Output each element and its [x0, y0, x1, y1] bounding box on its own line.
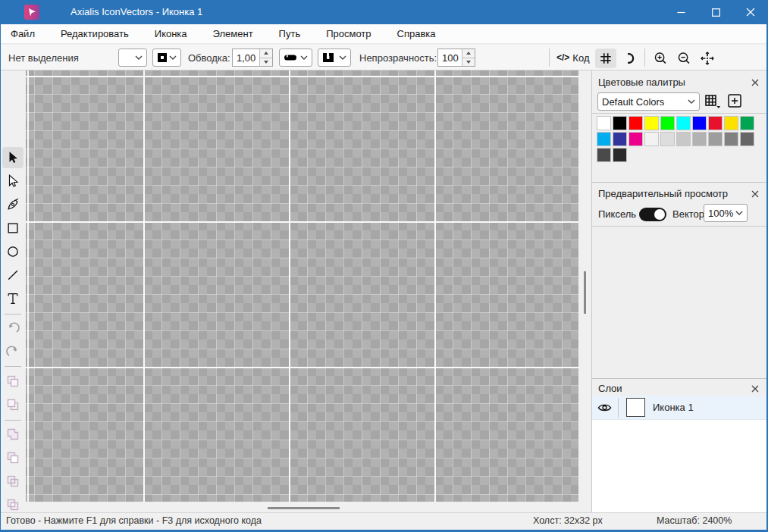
- color-swatch[interactable]: [613, 148, 627, 162]
- stroke-color-select[interactable]: [152, 49, 181, 67]
- code-button[interactable]: </> Код: [556, 49, 589, 67]
- pen-tool[interactable]: [2, 194, 24, 215]
- vertical-scrollbar[interactable]: [578, 70, 591, 502]
- layer-row[interactable]: Иконка 1: [592, 396, 766, 420]
- layers-close-button[interactable]: [749, 383, 761, 395]
- redo-button[interactable]: [2, 342, 24, 363]
- text-tool[interactable]: [2, 288, 24, 309]
- preview-close-button[interactable]: [749, 188, 761, 200]
- menu-edit[interactable]: Редактировать: [61, 28, 129, 39]
- close-button[interactable]: [733, 0, 768, 24]
- color-swatch[interactable]: [660, 116, 675, 130]
- chevron-down-icon: [735, 211, 743, 215]
- center-view-icon: [700, 51, 715, 66]
- direct-select-tool[interactable]: [2, 171, 24, 192]
- subtract-icon: [6, 451, 20, 465]
- zoom-in-button[interactable]: [650, 49, 671, 68]
- layer-thumbnail[interactable]: [626, 398, 645, 417]
- horizontal-scrollbar-thumb[interactable]: [268, 507, 340, 509]
- menu-file[interactable]: Файл: [11, 28, 35, 39]
- color-swatch[interactable]: [613, 132, 627, 146]
- color-swatch[interactable]: [692, 116, 707, 130]
- preview-panel-title: Предварительный просмотр: [598, 188, 728, 199]
- color-swatch[interactable]: [629, 116, 643, 130]
- menu-help[interactable]: Справка: [397, 28, 436, 39]
- color-swatch[interactable]: [708, 116, 723, 130]
- toolbar-separator: [644, 49, 645, 67]
- color-swatch[interactable]: [613, 116, 627, 130]
- stroke-width-down-button[interactable]: [260, 58, 272, 67]
- color-swatch[interactable]: [644, 132, 659, 146]
- undo-icon: [6, 322, 20, 336]
- horizontal-scrollbar[interactable]: [26, 502, 578, 512]
- color-swatch[interactable]: [644, 116, 659, 130]
- layer-visibility-button[interactable]: [597, 402, 612, 413]
- menu-path[interactable]: Путь: [279, 28, 301, 39]
- raise-button[interactable]: [2, 371, 24, 392]
- grid-icon: [599, 52, 613, 65]
- menu-view[interactable]: Просмотр: [326, 28, 371, 39]
- titlebar[interactable]: Axialis IconVectors - Иконка 1: [0, 0, 768, 24]
- zoom-out-button[interactable]: [673, 49, 694, 68]
- line-tool[interactable]: [2, 264, 24, 286]
- color-swatch[interactable]: [597, 116, 611, 130]
- color-swatch[interactable]: [724, 132, 738, 146]
- opacity-spinner[interactable]: 100: [437, 49, 475, 67]
- stroke-width-up-button[interactable]: [260, 49, 272, 58]
- preview-zoom-select[interactable]: 100%: [704, 204, 748, 222]
- select-tool[interactable]: [2, 147, 24, 168]
- intersect-button[interactable]: [2, 471, 24, 492]
- color-swatch[interactable]: [676, 132, 691, 146]
- color-swatch[interactable]: [660, 132, 675, 146]
- color-swatch[interactable]: [740, 116, 754, 130]
- snap-toggle-button[interactable]: [620, 49, 641, 68]
- drawing-canvas[interactable]: [26, 70, 578, 502]
- direct-selection-arrow-icon: [6, 174, 20, 188]
- subtract-button[interactable]: [2, 447, 24, 468]
- vector-mode-label: Вектор: [672, 208, 704, 220]
- palettes-panel-title: Цветовые палитры: [598, 77, 685, 88]
- color-swatch[interactable]: [597, 148, 611, 162]
- stroke-width-spinner[interactable]: 1,00: [232, 49, 273, 67]
- palette-select[interactable]: Default Colors: [597, 92, 700, 111]
- stroke-style-select[interactable]: [279, 49, 312, 67]
- exclude-icon: [6, 498, 20, 512]
- maximize-button[interactable]: [698, 0, 733, 24]
- opacity-down-button[interactable]: [462, 58, 475, 67]
- menu-element[interactable]: Элемент: [213, 28, 253, 39]
- fill-style-select[interactable]: [118, 49, 147, 67]
- layer-row-separator: [618, 398, 619, 418]
- palettes-close-button[interactable]: [749, 77, 761, 89]
- palette-add-button[interactable]: [727, 93, 742, 111]
- menu-icon[interactable]: Иконка: [155, 28, 187, 39]
- toolbar-separator: [549, 49, 550, 67]
- stroke-corner-select[interactable]: [318, 49, 351, 67]
- color-swatch[interactable]: [724, 116, 738, 130]
- color-swatch[interactable]: [629, 132, 643, 146]
- grid-toggle-button[interactable]: [595, 49, 616, 68]
- code-glyph-icon: </>: [556, 52, 569, 63]
- vertical-scrollbar-thumb[interactable]: [584, 271, 586, 314]
- color-swatch[interactable]: [692, 132, 707, 146]
- stroke-width-value: 1,00: [233, 49, 259, 66]
- color-swatch[interactable]: [708, 132, 723, 146]
- statusbar: Готово - Нажмите F1 для справки - F3 для…: [1, 512, 766, 530]
- color-swatch[interactable]: [740, 132, 754, 146]
- union-button[interactable]: [2, 424, 24, 445]
- stroke-swatch-icon: [157, 52, 168, 63]
- palette-grid-button[interactable]: [704, 94, 721, 111]
- color-swatch[interactable]: [597, 132, 611, 146]
- opacity-up-button[interactable]: [462, 49, 475, 58]
- ellipse-tool[interactable]: [2, 241, 24, 262]
- center-view-button[interactable]: [697, 49, 718, 68]
- stroke-width-label: Обводка:: [188, 52, 230, 64]
- preview-mode-toggle[interactable]: [639, 208, 666, 221]
- lower-button[interactable]: [2, 394, 24, 415]
- undo-button[interactable]: [2, 318, 24, 340]
- minimize-button[interactable]: [663, 0, 698, 24]
- line-style-icon: [284, 53, 297, 62]
- zoom-in-icon: [653, 51, 668, 66]
- toolbar: Нет выделения Обводка: 1,00 Непрозрачнос…: [1, 45, 766, 70]
- color-swatch[interactable]: [676, 116, 691, 130]
- rectangle-tool[interactable]: [2, 217, 24, 239]
